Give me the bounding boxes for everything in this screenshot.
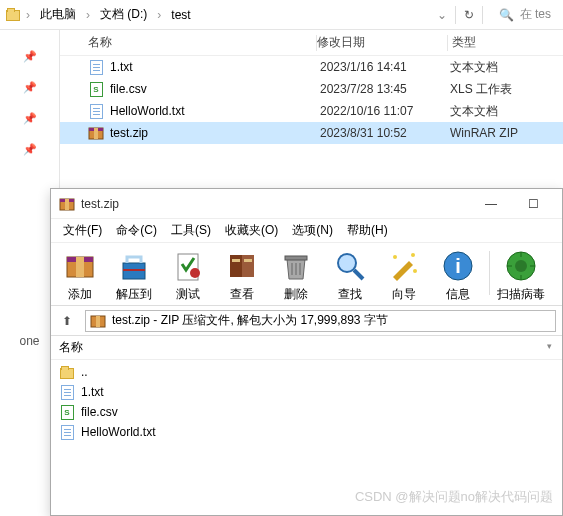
breadcrumb[interactable]: › 此电脑 › 文档 (D:) › test ⌄ ↻ 🔍 在 tes <box>0 0 563 30</box>
pin-icon[interactable]: 📌 <box>23 143 37 156</box>
winrar-icon <box>59 196 75 212</box>
path-field[interactable]: test.zip - ZIP 压缩文件, 解包大小为 17,999,893 字节 <box>85 310 556 332</box>
up-button[interactable]: ⬆ <box>57 311 77 331</box>
file-list[interactable]: 1.txt2023/1/16 14:41文本文档Sfile.csv2023/7/… <box>60 56 563 144</box>
menu-item[interactable]: 收藏夹(O) <box>219 220 284 241</box>
add-icon <box>63 249 97 283</box>
svg-point-12 <box>190 268 200 278</box>
find-icon <box>333 249 367 283</box>
tool-find-button[interactable]: 查找 <box>325 249 375 303</box>
minimize-button[interactable]: — <box>470 190 512 218</box>
svg-point-25 <box>413 269 417 273</box>
tool-label: 删除 <box>284 286 308 303</box>
search-input[interactable]: 🔍 在 tes <box>491 6 551 23</box>
archive-entry[interactable]: Sfile.csv <box>51 402 562 422</box>
dropdown-icon[interactable]: ⌄ <box>437 8 447 22</box>
sidebar-label: one <box>19 334 39 348</box>
extract-icon <box>117 249 151 283</box>
tool-label: 向导 <box>392 286 416 303</box>
toolbar: 添加解压到测试查看删除查找向导i信息扫描病毒 <box>51 243 562 306</box>
info-icon: i <box>441 249 475 283</box>
archive-list[interactable]: ..1.txtSfile.csvHelloWorld.txt <box>51 360 562 444</box>
menu-item[interactable]: 工具(S) <box>165 220 217 241</box>
crumb-1[interactable]: 文档 (D:) <box>94 4 153 26</box>
up-icon <box>59 364 75 380</box>
menu-item[interactable]: 选项(N) <box>286 220 339 241</box>
tool-label: 查找 <box>338 286 362 303</box>
menu-item[interactable]: 文件(F) <box>57 220 108 241</box>
file-type: XLS 工作表 <box>450 81 563 98</box>
entry-name: .. <box>81 365 88 379</box>
svg-rect-8 <box>76 257 84 277</box>
svg-rect-13 <box>230 255 242 277</box>
csv-icon: S <box>88 81 104 97</box>
tool-label: 查看 <box>230 286 254 303</box>
menu-bar[interactable]: 文件(F)命令(C)工具(S)收藏夹(O)选项(N)帮助(H) <box>51 219 562 243</box>
pin-icon[interactable]: 📌 <box>23 112 37 125</box>
svg-rect-16 <box>244 259 252 262</box>
archive-entry[interactable]: HelloWorld.txt <box>51 422 562 442</box>
file-row[interactable]: Sfile.csv2023/7/28 13:45XLS 工作表 <box>60 78 563 100</box>
entry-name: 1.txt <box>81 385 104 399</box>
svg-rect-15 <box>232 259 240 262</box>
file-type: WinRAR ZIP <box>450 126 563 140</box>
folder-icon <box>4 4 22 26</box>
archive-icon <box>90 313 106 329</box>
tool-delete-button[interactable]: 删除 <box>271 249 321 303</box>
tool-extract-button[interactable]: 解压到 <box>109 249 159 303</box>
separator <box>482 6 483 24</box>
list-header[interactable]: 名称 ▾ <box>51 336 562 360</box>
titlebar[interactable]: test.zip — ☐ <box>51 189 562 219</box>
maximize-button[interactable]: ☐ <box>512 190 554 218</box>
entry-name: file.csv <box>81 405 118 419</box>
file-name: HelloWorld.txt <box>110 104 320 118</box>
wizard-icon <box>387 249 421 283</box>
tool-label: 测试 <box>176 286 200 303</box>
archive-entry[interactable]: .. <box>51 362 562 382</box>
tool-view-button[interactable]: 查看 <box>217 249 267 303</box>
file-row[interactable]: test.zip2023/8/31 10:52WinRAR ZIP <box>60 122 563 144</box>
file-row[interactable]: 1.txt2023/1/16 14:41文本文档 <box>60 56 563 78</box>
tool-label: 扫描病毒 <box>497 286 545 303</box>
crumb-2[interactable]: test <box>165 4 196 26</box>
file-name: test.zip <box>110 126 320 140</box>
menu-item[interactable]: 命令(C) <box>110 220 163 241</box>
col-name[interactable]: 名称 <box>60 34 316 51</box>
txt-icon <box>59 384 75 400</box>
scan-icon <box>504 249 538 283</box>
svg-point-21 <box>338 254 356 272</box>
view-icon <box>225 249 259 283</box>
col-type[interactable]: 类型 <box>448 34 563 51</box>
tool-wizard-button[interactable]: 向导 <box>379 249 429 303</box>
path-bar: ⬆ test.zip - ZIP 压缩文件, 解包大小为 17,999,893 … <box>51 306 562 336</box>
menu-item[interactable]: 帮助(H) <box>341 220 394 241</box>
entry-name: HelloWorld.txt <box>81 425 155 439</box>
tool-scan-button[interactable]: 扫描病毒 <box>496 249 546 303</box>
txt-icon <box>88 103 104 119</box>
column-headers[interactable]: 名称 修改日期 类型 <box>60 30 563 56</box>
delete-icon <box>279 249 313 283</box>
svg-rect-10 <box>123 269 145 271</box>
pin-icon[interactable]: 📌 <box>23 50 37 63</box>
pin-icon[interactable]: 📌 <box>23 81 37 94</box>
chevron-down-icon[interactable]: ▾ <box>547 341 552 351</box>
tool-label: 添加 <box>68 286 92 303</box>
svg-rect-2 <box>94 128 98 139</box>
path-text: test.zip - ZIP 压缩文件, 解包大小为 17,999,893 字节 <box>112 312 388 329</box>
tool-info-button[interactable]: i信息 <box>433 249 483 303</box>
separator <box>455 6 456 24</box>
archive-entry[interactable]: 1.txt <box>51 382 562 402</box>
svg-rect-5 <box>65 199 69 210</box>
file-type: 文本文档 <box>450 59 563 76</box>
search-placeholder: 在 tes <box>520 6 551 23</box>
tool-test-button[interactable]: 测试 <box>163 249 213 303</box>
svg-rect-17 <box>285 256 307 260</box>
tool-label: 解压到 <box>116 286 152 303</box>
crumb-0[interactable]: 此电脑 <box>34 4 82 26</box>
svg-point-24 <box>411 253 415 257</box>
tool-add-button[interactable]: 添加 <box>55 249 105 303</box>
refresh-icon[interactable]: ↻ <box>464 8 474 22</box>
test-icon <box>171 249 205 283</box>
file-row[interactable]: HelloWorld.txt2022/10/16 11:07文本文档 <box>60 100 563 122</box>
col-date[interactable]: 修改日期 <box>317 34 447 51</box>
